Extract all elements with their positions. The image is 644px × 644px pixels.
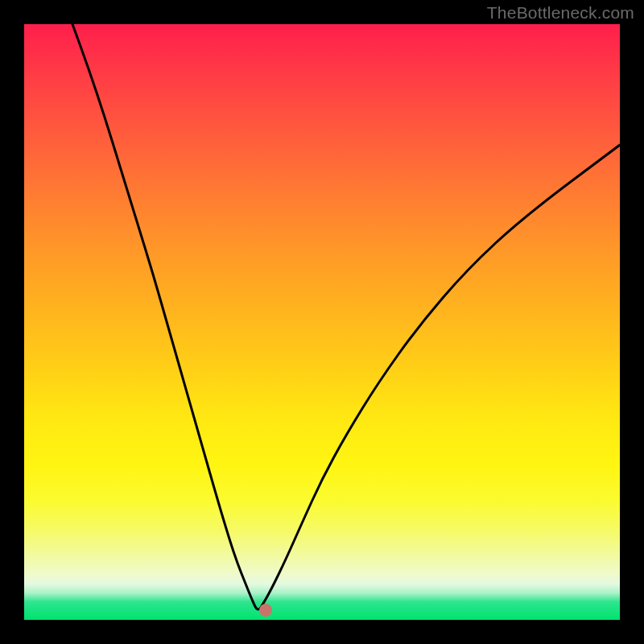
- minimum-marker: [259, 604, 272, 617]
- watermark-text: TheBottleneck.com: [487, 3, 634, 23]
- bottleneck-curve: [72, 24, 620, 609]
- curve-layer: [24, 24, 620, 620]
- chart-frame: TheBottleneck.com: [0, 0, 644, 644]
- plot-area: [24, 24, 620, 620]
